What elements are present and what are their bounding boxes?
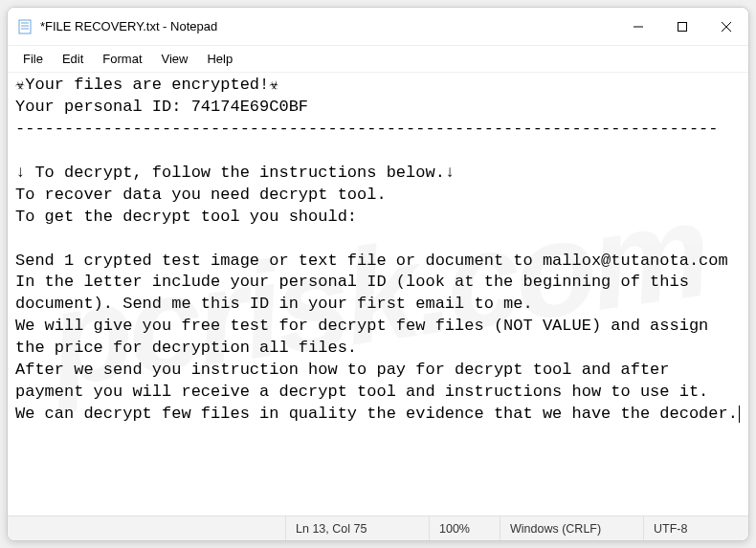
titlebar[interactable]: *FILE RECOVERY.txt - Notepad: [8, 8, 748, 46]
menubar: File Edit Format View Help: [8, 46, 748, 73]
window-title: *FILE RECOVERY.txt - Notepad: [40, 19, 616, 33]
menu-edit[interactable]: Edit: [53, 50, 93, 68]
notepad-icon: [17, 19, 33, 34]
text-line: ☣Your files are encrypted!☣: [15, 76, 279, 94]
text-editor-area[interactable]: ☣Your files are encrypted!☣ Your persona…: [8, 73, 748, 515]
svg-rect-0: [19, 20, 31, 33]
maximize-button[interactable]: [660, 8, 704, 45]
text-line: Your personal ID: 74174E69C0BF: [15, 98, 308, 116]
status-cursor-position: Ln 13, Col 75: [285, 516, 429, 540]
text-caret: [739, 406, 740, 423]
svg-rect-5: [678, 22, 687, 31]
text-line: To recover data you need decrypt tool.: [15, 186, 387, 204]
status-line-ending: Windows (CRLF): [500, 516, 643, 540]
text-line: We can decrypt few files in quality the …: [15, 405, 738, 423]
text-line: We will give you free test for decrypt f…: [15, 317, 719, 357]
menu-format[interactable]: Format: [93, 50, 151, 68]
text-line: To get the decrypt tool you should:: [15, 208, 357, 226]
status-zoom: 100%: [429, 516, 500, 540]
minimize-button[interactable]: [616, 8, 660, 45]
menu-view[interactable]: View: [152, 50, 198, 68]
text-line: ----------------------------------------…: [15, 120, 719, 138]
text-line: ↓ To decrypt, follow the instructions be…: [15, 164, 455, 182]
close-button[interactable]: [704, 8, 748, 45]
status-encoding: UTF-8: [643, 516, 748, 540]
text-line: Send 1 crypted test image or text file o…: [15, 252, 728, 270]
text-line: After we send you instruction how to pay…: [15, 361, 708, 401]
window-controls: [616, 8, 748, 45]
notepad-window: *FILE RECOVERY.txt - Notepad File Edit F…: [7, 7, 749, 541]
text-line: In the letter include your personal ID (…: [15, 273, 699, 313]
menu-file[interactable]: File: [13, 50, 53, 68]
status-spacer: [8, 516, 285, 540]
menu-help[interactable]: Help: [197, 50, 242, 68]
statusbar: Ln 13, Col 75 100% Windows (CRLF) UTF-8: [8, 515, 748, 540]
